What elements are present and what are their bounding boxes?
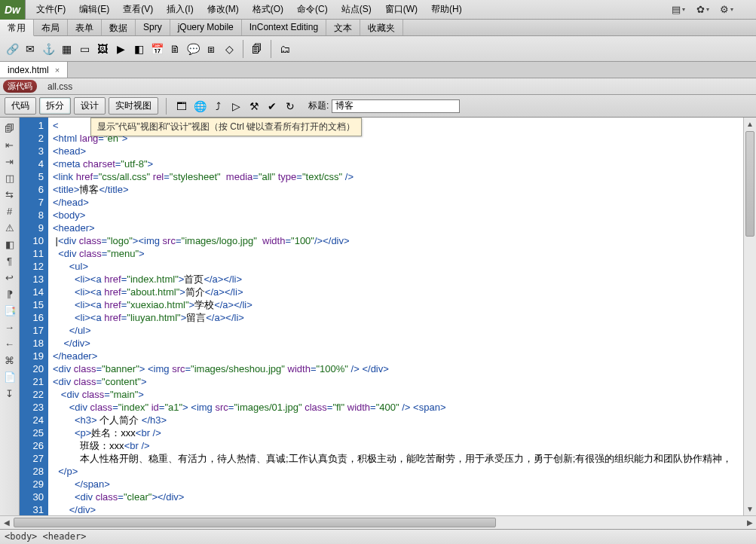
tag-selector-status[interactable]: <body> <header> [0,529,756,544]
scroll-right-icon[interactable]: ▶ [743,516,756,529]
gear-icon[interactable]: ✿▾ [696,4,709,16]
code-line[interactable]: <p>姓名：xxx<br /> [48,426,756,439]
title-input[interactable] [332,99,460,113]
insert-tab[interactable]: Spry [136,20,170,35]
code-line[interactable]: <link href="css/all.css" rel="stylesheet… [48,170,756,183]
source-code-pill[interactable]: 源代码 [3,80,37,93]
scroll-thumb[interactable] [745,131,754,237]
hyperlink-icon[interactable]: 🔗 [5,41,20,57]
options-icon[interactable]: ⚒ [246,99,262,114]
globe-icon[interactable]: 🌐 [192,99,207,114]
menu-item[interactable]: 格式(O) [246,1,289,18]
code-line[interactable]: <div class="banner"> <img src="images/sh… [48,362,756,375]
menu-item[interactable]: 窗口(W) [379,1,424,18]
anchor-icon[interactable]: ⚓ [41,41,56,57]
sitemap-icon[interactable]: ⚙▾ [720,4,733,16]
code-line[interactable]: <li><a href="liuyan.html">留言</a></li> [48,311,756,324]
code-line[interactable]: <div class="index" id="a1"> <img src="im… [48,401,756,414]
code-line[interactable]: |<div class="logo"><img src="images/logo… [48,234,756,247]
menu-item[interactable]: 帮助(H) [425,1,468,18]
code-line[interactable]: </div> [48,503,756,515]
format-source-icon[interactable]: ⌘ [4,354,16,366]
scroll-up-icon[interactable]: ▲ [744,118,756,130]
code-line[interactable]: <li><a href="index.html">首页</a></li> [48,273,756,286]
menu-item[interactable]: 文件(F) [30,1,72,18]
close-icon[interactable]: × [55,66,60,75]
snippets-icon[interactable]: 📑 [4,304,16,316]
insert-tab[interactable]: 收藏夹 [360,20,403,35]
indent-icon[interactable]: → [4,321,16,333]
word-wrap-icon[interactable]: ↩ [4,271,16,283]
auto-indent-icon[interactable]: ¶ [4,255,16,267]
insert-tab[interactable]: 文本 [326,20,360,35]
code-line[interactable]: 本人性格开朗、稳重、有活力，待人热情、真诚;工作认真负责，积极主动，能吃苦耐劳，… [48,452,756,465]
code-line[interactable]: </ul> [48,324,756,337]
refresh2-icon[interactable]: ↻ [283,99,298,114]
outdent-icon[interactable]: ← [4,338,16,350]
design-view-button[interactable]: 设计 [74,97,106,115]
balance-braces-icon[interactable]: ⇆ [4,188,16,200]
menu-item[interactable]: 修改(M) [201,1,245,18]
code-area[interactable]: 显示"代码"视图和"设计"视图（按 Ctrl 键以查看所有打开的文档） ▲ ▼ … [48,118,756,515]
code-line[interactable]: 班级：xxx<br /> [48,439,756,452]
code-line[interactable]: </header> [48,350,756,362]
validate-icon[interactable]: ✔ [265,99,280,114]
document-tab[interactable]: index.html × [0,62,68,78]
syntax-coloring-icon[interactable]: ◧ [4,238,16,250]
menu-item[interactable]: 命令(C) [291,1,334,18]
code-line[interactable]: </div> [48,337,756,350]
select-parent-icon[interactable]: ◫ [4,172,16,184]
line-numbers-icon[interactable]: # [4,205,16,217]
email-link-icon[interactable]: ✉ [23,41,38,57]
vertical-scrollbar[interactable]: ▲ ▼ [743,118,756,515]
menu-item[interactable]: 编辑(E) [73,1,115,18]
code-line[interactable]: <div class="clear"></div> [48,491,756,503]
code-line[interactable]: <body> [48,209,756,222]
move-css-icon[interactable]: ↧ [4,387,16,399]
table-icon[interactable]: ▦ [59,41,74,57]
comment-icon[interactable]: 💬 [185,41,200,57]
insert-tab[interactable]: 布局 [34,20,68,35]
insert-tab[interactable]: 表单 [68,20,102,35]
insert-tab[interactable]: 常用 [0,20,34,36]
menu-item[interactable]: 插入(I) [161,1,199,18]
insert-tab[interactable]: jQuery Mobile [170,20,242,35]
tag-chooser-icon[interactable]: 🗂 [277,41,292,57]
code-line[interactable]: <div class="content"> [48,375,756,388]
code-line[interactable]: <header> [48,222,756,234]
live-view-button[interactable]: 实时视图 [109,97,158,115]
scroll-down-icon[interactable]: ▼ [744,503,756,515]
code-line[interactable]: </span> [48,478,756,491]
code-line[interactable]: <ul> [48,260,756,273]
menu-item[interactable]: 站点(S) [335,1,378,18]
media-icon[interactable]: ▶ [113,41,128,57]
code-line[interactable]: <li><a href="xuexiao.html">学校</a></li> [48,298,756,311]
split-view-button[interactable]: 拆分 [39,97,71,115]
script-icon[interactable]: ◇ [222,41,237,57]
div-icon[interactable]: ▭ [77,41,92,57]
horizontal-scrollbar[interactable]: ◀ ▶ [0,515,756,529]
code-line[interactable]: </head> [48,196,756,209]
collapse-tag-icon[interactable]: ⇤ [4,139,16,151]
code-line[interactable]: <div class="main"> [48,388,756,401]
code-line[interactable]: <title>博客</title> [48,183,756,196]
code-line[interactable]: <h3> 个人简介 </h3> [48,414,756,426]
head-icon[interactable]: 🗉 [204,41,219,57]
scroll-thumb-h[interactable] [14,518,496,527]
code-line[interactable]: <head> [48,145,756,157]
open-documents-icon[interactable]: 🗐 [4,122,16,134]
highlight-invalid-icon[interactable]: ⚠ [4,222,16,234]
code-line[interactable]: </p> [48,465,756,478]
server-include-icon[interactable]: 🗎 [167,41,182,57]
expand-tag-icon[interactable]: ⇥ [4,155,16,167]
insert-tab[interactable]: InContext Editing [242,20,326,35]
code-line[interactable]: <div class="menu"> [48,247,756,260]
refresh-icon[interactable]: ⤴ [210,99,225,114]
preview-icon[interactable]: ▷ [228,99,243,114]
widget-icon[interactable]: ◧ [131,41,146,57]
code-view-button[interactable]: 代码 [5,97,36,115]
menu-item[interactable]: 查看(V) [117,1,159,18]
layout-icon[interactable]: ▤▾ [672,4,685,16]
related-css-link[interactable]: all.css [43,81,77,93]
templates-icon[interactable]: 🗐 [249,41,265,57]
